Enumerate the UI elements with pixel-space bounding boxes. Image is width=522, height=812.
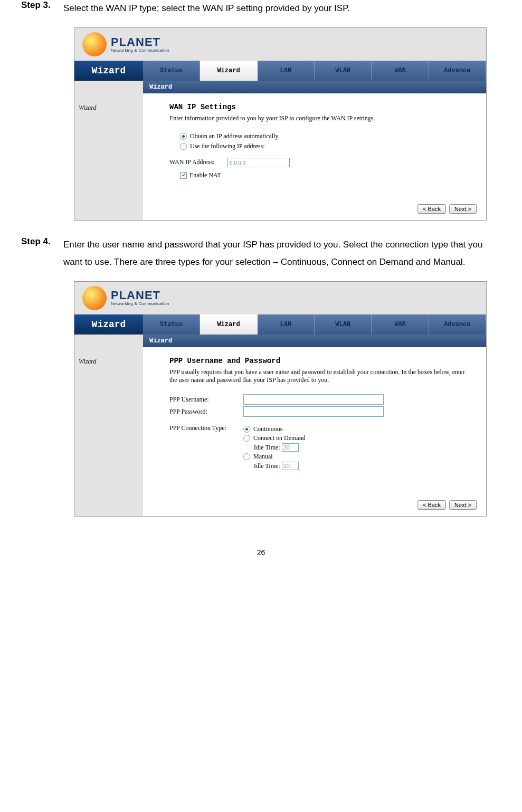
tab-wan[interactable]: WAN (372, 61, 429, 81)
radio-obtain-auto-label: Obtain an IP address automatically (190, 132, 279, 140)
step4-text: Enter the user name and password that yo… (63, 236, 501, 271)
tab-lan[interactable]: LAN (258, 61, 315, 81)
step4-label: Step 4. (21, 236, 63, 247)
planet-logo-icon (82, 32, 107, 56)
ppp-desc: PPP usually requires that you have a use… (169, 368, 473, 385)
radio-manual[interactable] (243, 453, 250, 460)
tab-wizard[interactable]: Wizard (200, 61, 257, 81)
page-number: 26 (21, 548, 501, 557)
tab-wlan[interactable]: WLAN (315, 61, 372, 81)
ppp-password-input[interactable] (243, 406, 384, 417)
ppp-username-input[interactable] (243, 394, 384, 405)
idle-time-input-1[interactable] (282, 443, 299, 452)
ppp-pass-label: PPP Password: (169, 408, 243, 416)
radio-continuous-label: Continuous (253, 425, 282, 433)
next-button[interactable]: Next > (449, 204, 477, 214)
logo-bar: PLANET Networking & Communication (74, 282, 486, 314)
tab-status[interactable]: Status (143, 314, 200, 335)
step3-text: Select the WAN IP type; select the WAN I… (63, 0, 350, 17)
tab-wan[interactable]: WAN (372, 314, 429, 335)
wan-ip-label: WAN IP Address: (169, 158, 227, 166)
logo-name: PLANET (111, 36, 169, 48)
subnav-wizard[interactable]: Wizard (143, 81, 486, 93)
sidebar-item-wizard[interactable]: Wizard (74, 93, 143, 220)
idle-time-label-1: Idle Time: (254, 444, 280, 452)
logo-sub: Networking & Communication (111, 48, 169, 53)
radio-continuous[interactable] (243, 426, 250, 433)
sidebar-item-wizard[interactable]: Wizard (74, 347, 143, 516)
back-button[interactable]: < Back (417, 500, 446, 510)
enable-nat-label: Enable NAT (189, 171, 221, 179)
tab-wlan[interactable]: WLAN (315, 314, 372, 335)
ppp-title: PPP Username and Password (169, 357, 473, 365)
back-button[interactable]: < Back (417, 204, 446, 214)
subnav-wizard[interactable]: Wizard (143, 335, 486, 347)
idle-time-label-2: Idle Time: (254, 462, 280, 470)
nav-title: Wizard (74, 314, 143, 335)
enable-nat-checkbox[interactable]: ✓ (180, 172, 187, 179)
logo-bar: PLANET Networking & Communication (74, 28, 486, 61)
tab-lan[interactable]: LAN (258, 314, 315, 335)
step3-label: Step 3. (21, 0, 63, 11)
screenshot-wan: PLANET Networking & Communication Wizard… (74, 27, 487, 221)
tab-advance[interactable]: Advance (429, 61, 486, 81)
radio-on-demand[interactable] (243, 435, 250, 442)
tab-wizard[interactable]: Wizard (200, 314, 257, 335)
radio-manual-label: Manual (253, 453, 273, 461)
ppp-conn-label: PPP Connection Type: (169, 424, 243, 432)
tab-advance[interactable]: Advance (429, 314, 486, 335)
tab-status[interactable]: Status (143, 61, 200, 81)
wan-ip-input[interactable] (227, 158, 290, 167)
radio-static-ip-label: Use the following IP address: (190, 142, 265, 150)
idle-time-input-2[interactable] (282, 462, 299, 470)
logo-name: PLANET (111, 290, 169, 301)
wan-title: WAN IP Settings (169, 103, 473, 111)
nav-title: Wizard (74, 61, 143, 81)
logo-sub: Networking & Communication (111, 301, 169, 306)
next-button[interactable]: Next > (449, 500, 477, 510)
planet-logo-icon (82, 286, 107, 310)
radio-static-ip[interactable] (180, 143, 187, 150)
wan-desc: Enter information provided to you by you… (169, 114, 473, 123)
screenshot-ppp: PLANET Networking & Communication Wizard… (74, 281, 487, 517)
radio-obtain-auto[interactable] (180, 133, 187, 140)
radio-on-demand-label: Connect on Demand (253, 434, 306, 442)
ppp-user-label: PPP Username: (169, 396, 243, 404)
